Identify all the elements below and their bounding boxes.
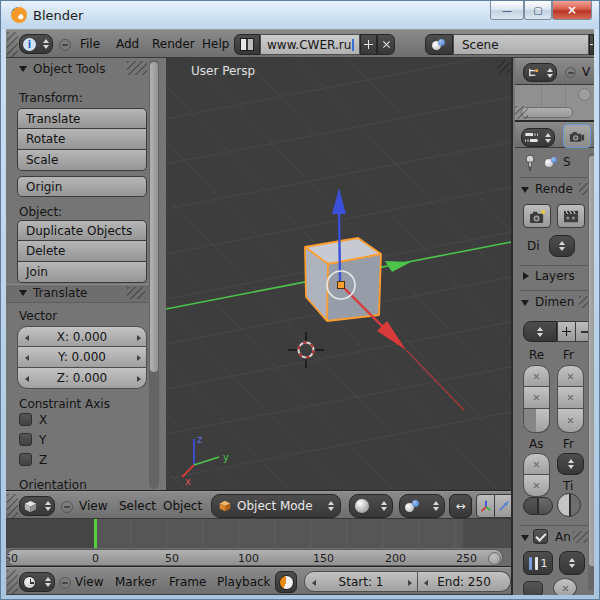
viewport-canvas[interactable]: z y x — [166, 58, 511, 491]
increment-icon[interactable] — [137, 376, 141, 382]
menu-select[interactable]: Select — [119, 499, 156, 513]
area-corner-handle[interactable] — [7, 570, 18, 594]
decrement-icon[interactable] — [25, 355, 29, 361]
increment-icon[interactable] — [137, 335, 141, 341]
panel-disclosure-icon[interactable] — [19, 290, 27, 296]
pin-icon[interactable] — [523, 154, 537, 172]
collapse-menus-button[interactable] — [59, 577, 71, 589]
aspect-y-field[interactable] — [523, 475, 550, 497]
render-animation-button[interactable] — [557, 204, 585, 228]
autokey-record-button[interactable] — [275, 571, 297, 593]
display-dropdown[interactable] — [549, 235, 575, 257]
viewport-shading-dropdown[interactable] — [349, 494, 393, 518]
editor-type-selector[interactable] — [19, 572, 55, 592]
screen-name-field[interactable]: www.CWER.ru — [260, 34, 360, 55]
frame-end-field-small[interactable] — [557, 387, 584, 409]
operator-panel-header[interactable]: Translate — [6, 284, 149, 303]
time-remap-old-field[interactable] — [523, 497, 538, 515]
resolution-y-field[interactable] — [523, 387, 550, 409]
editor-type-selector[interactable] — [521, 128, 555, 147]
timeline-scrollbar[interactable]: -50 0 50 100 150 200 250 — [6, 549, 503, 566]
manipulate-centers-toggle[interactable]: ↔ — [449, 494, 472, 518]
tool-shelf-scrollbar[interactable] — [149, 60, 159, 489]
contrast-circle-icon[interactable] — [557, 493, 581, 517]
constraint-z-checkbox[interactable] — [19, 453, 32, 466]
panel-disclosure-icon[interactable] — [523, 272, 529, 280]
aa-filter-dropdown[interactable] — [559, 551, 585, 575]
menu-frame[interactable]: Frame — [169, 575, 206, 589]
menu-marker[interactable]: Marker — [115, 575, 156, 589]
render-panel-title[interactable]: Rende — [535, 182, 573, 196]
aa-size-field[interactable] — [553, 578, 577, 595]
menu-view[interactable]: View — [79, 499, 107, 513]
resolution-x-field[interactable] — [523, 365, 550, 387]
menu-playback[interactable]: Playback — [217, 575, 271, 589]
add-preset-button[interactable] — [557, 321, 576, 342]
increment-icon[interactable] — [408, 580, 412, 586]
frame-step-field[interactable] — [557, 409, 584, 433]
menu-help[interactable]: Help — [202, 37, 229, 51]
screen-layout-icon-button[interactable] — [234, 34, 260, 55]
manipulator-axis-toggle[interactable] — [476, 494, 495, 518]
panel-drag-handle[interactable] — [127, 287, 145, 299]
layers-panel-title[interactable]: Layers — [535, 269, 575, 283]
menu-view[interactable]: View — [75, 575, 103, 589]
menu-file[interactable]: File — [80, 37, 100, 51]
vector-x-field[interactable]: X: 0.000 — [17, 326, 147, 347]
scene-context-icon[interactable] — [545, 157, 558, 169]
aa-panel-title[interactable]: An — [555, 530, 571, 544]
menu-add[interactable]: Add — [116, 37, 139, 51]
menu-view[interactable]: V — [582, 65, 590, 79]
properties-scrollbar[interactable] — [588, 153, 594, 591]
outliner-scroll-cap[interactable] — [578, 88, 591, 101]
aa-samples-button[interactable]: 1 — [523, 551, 553, 575]
decrement-icon[interactable] — [25, 376, 29, 382]
duplicate-objects-button[interactable]: Duplicate Objects — [17, 220, 147, 241]
outliner-content[interactable] — [515, 85, 594, 120]
delete-screen-button[interactable] — [377, 34, 395, 55]
current-frame-indicator[interactable] — [94, 519, 97, 548]
render-presets-dropdown[interactable] — [523, 321, 557, 342]
timeline-strip[interactable] — [6, 519, 511, 548]
area-corner-handle[interactable] — [515, 106, 528, 119]
scene-name-field[interactable]: Scene — [453, 34, 589, 55]
vector-z-field[interactable]: Z: 0.000 — [17, 368, 147, 389]
vector-y-field[interactable]: Y: 0.000 — [17, 347, 147, 368]
menu-render[interactable]: Render — [152, 37, 195, 51]
panel-drag-handle[interactable] — [127, 61, 147, 75]
add-scene-button[interactable] — [589, 34, 594, 55]
rotate-button[interactable]: Rotate — [17, 129, 147, 150]
translate-button[interactable]: Translate — [17, 108, 147, 129]
frame-start-field[interactable]: Start: 1 — [304, 571, 418, 592]
constraint-x-checkbox[interactable] — [19, 413, 32, 426]
titlebar[interactable]: Blender — ▢ × — [1, 1, 600, 29]
scene-icon-button[interactable] — [425, 34, 453, 55]
scrollbar-zoom-handle[interactable] — [488, 552, 501, 565]
add-screen-button[interactable] — [360, 34, 377, 55]
area-corner-handle[interactable] — [7, 32, 18, 57]
outliner-h-scrollbar[interactable] — [521, 107, 573, 118]
decrement-icon[interactable] — [25, 335, 29, 341]
aa-fullsample-checkbox[interactable] — [523, 581, 543, 595]
panel-disclosure-icon[interactable] — [521, 187, 529, 193]
minimize-button[interactable]: — — [490, 1, 524, 20]
dimensions-panel-title[interactable]: Dimen — [535, 295, 574, 309]
frame-end-field[interactable]: End: 250 — [418, 571, 511, 592]
menu-object[interactable]: Object — [163, 499, 202, 513]
delete-button[interactable]: Delete — [17, 241, 147, 262]
close-button[interactable]: × — [552, 1, 592, 20]
editor-type-selector[interactable]: i — [19, 34, 53, 54]
tool-shelf-panel-title[interactable]: Object Tools — [33, 62, 105, 76]
editor-type-selector[interactable] — [19, 496, 55, 516]
area-corner-handle[interactable] — [497, 60, 510, 73]
render-tab[interactable] — [563, 124, 591, 148]
origin-button[interactable]: Origin — [17, 176, 147, 197]
increment-icon[interactable] — [137, 355, 141, 361]
time-remap-new-field[interactable] — [538, 497, 553, 515]
panel-disclosure-icon[interactable] — [521, 300, 529, 306]
editor-type-selector[interactable] — [523, 63, 557, 82]
scrollbar-thumb[interactable] — [150, 62, 158, 372]
decrement-icon[interactable] — [424, 580, 428, 586]
resolution-percentage-slider[interactable] — [523, 409, 550, 433]
join-button[interactable]: Join — [17, 262, 147, 283]
